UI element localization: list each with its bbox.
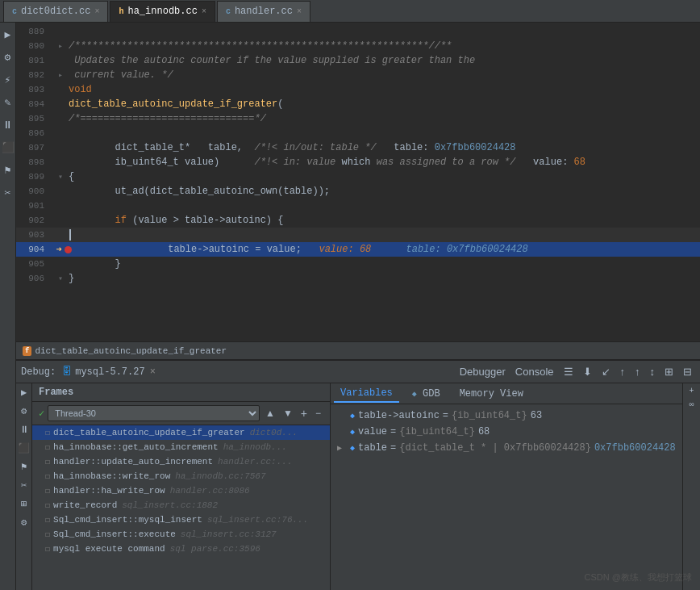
text-cursor <box>69 229 71 241</box>
var-type-value: {ib_uint64_t} <box>399 426 475 437</box>
line-num-897: 897 <box>16 143 52 153</box>
frame-item-2[interactable]: ☐ handler::update_auto_increment handler… <box>32 454 330 469</box>
debug-side-icon-4[interactable]: ⬛ <box>18 442 30 454</box>
frame-item-5[interactable]: ☐ write_record sql_insert.cc:1882 <box>32 498 330 513</box>
thread-prev-btn[interactable]: ▲ <box>263 407 277 420</box>
tab-close-handler[interactable]: × <box>297 7 302 16</box>
frame-item-3[interactable]: ☐ ha_innobase::write_row ha_innodb.cc:75… <box>32 469 330 483</box>
line-num-896: 896 <box>16 128 52 138</box>
breadcrumb-function-icon: f <box>23 346 31 356</box>
activity-pause-icon[interactable]: ⏸ <box>1 118 15 132</box>
var-eq-value: = <box>390 426 396 437</box>
debug-side-icon-8[interactable]: ⚙ <box>21 517 27 529</box>
activity-lightning-icon[interactable]: ⚡ <box>1 73 15 87</box>
debugger-tab-btn[interactable]: Debugger <box>456 364 509 379</box>
thread-check-icon: ✓ <box>39 408 44 420</box>
resume-btn[interactable]: ↑ <box>631 364 644 379</box>
frame-file-0: dict0d... <box>250 428 298 437</box>
vars-list: ◆ table->autoinc = {ib_uint64_t} 63 ◆ <box>331 404 682 590</box>
code-line-895: 895 /*==============================*/ <box>16 111 700 126</box>
var-icon-value: ◆ <box>350 427 355 437</box>
debug-side-icon-1[interactable]: ▶ <box>21 387 27 399</box>
thread-minus-btn[interactable]: − <box>313 407 323 420</box>
line-num-902: 902 <box>16 215 52 225</box>
frame-icon-8: ☐ <box>45 544 50 554</box>
expand-icon-table[interactable]: ▶ <box>337 443 347 453</box>
step-over-btn[interactable]: ⬇ <box>580 364 595 379</box>
frame-icon-6: ☐ <box>45 515 50 525</box>
debug-session-close[interactable]: × <box>150 366 156 378</box>
code-line-903: 903 <box>16 228 700 242</box>
activity-edit-icon[interactable]: ✎ <box>1 95 15 110</box>
line-content-906: } <box>69 273 694 284</box>
gutter-890: ▸ <box>52 41 69 51</box>
frame-item-0[interactable]: ☐ dict_table_autoinc_update_if_greater d… <box>32 425 330 440</box>
add-btn[interactable]: + <box>298 406 310 421</box>
activity-cut-icon[interactable]: ✂ <box>1 186 15 200</box>
frame-file-3: ha_innodb.cc:7567 <box>175 471 265 481</box>
debug-side-icon-2[interactable]: ⚙ <box>21 405 27 417</box>
step-into-btn[interactable]: ↙ <box>598 364 614 379</box>
console-btn[interactable]: Console <box>512 364 557 379</box>
breakpoint-904[interactable] <box>65 246 72 253</box>
debug-side-icon-7[interactable]: ⊞ <box>21 498 27 510</box>
frame-item-1[interactable]: ☐ ha_innobase::get_auto_increment ha_inn… <box>32 440 330 454</box>
var-type-autoinc: {ib_uint64_t} <box>452 410 527 421</box>
frame-icon-0: ☐ <box>45 428 50 437</box>
activity-stop-icon[interactable]: ⬛ <box>1 140 15 155</box>
frame-item-4[interactable]: ☐ handler::ha_write_row handler.cc:8086 <box>32 483 330 498</box>
editor-area[interactable]: 889 890 ▸ /*****************************… <box>16 23 700 341</box>
line-num-892: 892 <box>16 70 52 80</box>
tab-close-ha-innodb[interactable]: × <box>202 7 206 16</box>
gdb-icon: ◆ <box>412 390 417 399</box>
thread-select[interactable]: Thread-30 <box>48 405 260 421</box>
fold-icon-899[interactable]: ▾ <box>58 172 63 182</box>
vars-side-icon-2[interactable]: ∞ <box>689 400 694 409</box>
tab-ha-innodb[interactable]: h ha_innodb.cc × <box>110 1 215 22</box>
tab-handler[interactable]: c handler.cc × <box>217 1 310 22</box>
code-line-896: 896 <box>16 126 700 140</box>
line-content-893: void <box>69 84 694 95</box>
frames-list: ☐ dict_table_autoinc_update_if_greater d… <box>32 425 330 590</box>
code-line-898: 898 ib_uint64_t value) /*!< in: value wh… <box>16 155 700 169</box>
debug-side-icon-5[interactable]: ⚑ <box>21 461 27 473</box>
vars-tab-gdb[interactable]: ◆ GDB <box>406 386 447 402</box>
line-num-904: 904 <box>16 245 52 254</box>
line-num-894: 894 <box>16 99 52 109</box>
code-line-902: 902 if (value > table->autoinc) { <box>16 213 700 228</box>
line-content-900: ut_ad(dict_table_autoinc_own(table)); <box>69 186 694 197</box>
frame-item-6[interactable]: ☐ Sql_cmd_insert::mysql_insert sql_inser… <box>32 513 330 527</box>
step-out-btn[interactable]: ↑ <box>617 364 629 379</box>
tab-close-dict0dict[interactable]: × <box>94 7 99 16</box>
columns-btn[interactable]: ⊟ <box>680 364 695 379</box>
var-value-autoinc: 63 <box>531 410 542 421</box>
activity-flag-icon[interactable]: ⚑ <box>1 163 15 178</box>
fold-icon-892[interactable]: ▸ <box>58 70 63 80</box>
fold-icon-906[interactable]: ▾ <box>58 274 63 283</box>
code-line-899: 899 ▾ { <box>16 169 700 184</box>
table-btn[interactable]: ⊞ <box>661 364 677 379</box>
code-line-889: 889 <box>16 24 700 39</box>
stop-btn[interactable]: ↕ <box>647 364 659 379</box>
fold-icon-890[interactable]: ▸ <box>58 41 63 51</box>
tab-dict0dict[interactable]: c dict0dict.cc × <box>3 1 108 22</box>
thread-next-btn[interactable]: ▼ <box>281 407 295 420</box>
activity-settings-icon[interactable]: ⚙ <box>1 50 15 65</box>
frame-item-7[interactable]: ☐ Sql_cmd_insert::execute sql_insert.cc:… <box>32 527 330 542</box>
frame-name-8: mysql execute command <box>53 544 165 554</box>
var-icon-autoinc: ◆ <box>350 411 355 421</box>
vars-tab-memory[interactable]: Memory View <box>453 386 530 402</box>
debug-side-icon-6[interactable]: ✂ <box>21 479 27 492</box>
menu-btn[interactable]: ☰ <box>560 364 577 379</box>
code-line-906: 906 ▾ } <box>16 271 700 286</box>
tab-label-ha-innodb: ha_innodb.cc <box>127 6 197 17</box>
activity-run-icon[interactable]: ▶ <box>1 27 15 42</box>
frame-icon-1: ☐ <box>45 442 50 452</box>
vars-tab-variables[interactable]: Variables <box>334 385 399 403</box>
frame-item-8[interactable]: ☐ mysql execute command sql parse.cc:359… <box>32 542 330 556</box>
debug-label: Debug: <box>21 366 56 378</box>
frame-file-5: sql_insert.cc:1882 <box>122 500 218 510</box>
line-num-891: 891 <box>16 56 52 65</box>
debug-side-icon-3[interactable]: ⏸ <box>19 424 29 436</box>
vars-side-icon-1[interactable]: + <box>689 387 694 395</box>
